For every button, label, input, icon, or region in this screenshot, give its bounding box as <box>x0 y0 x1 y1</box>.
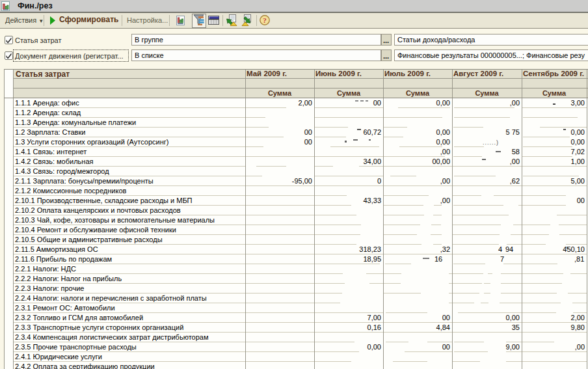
svg-text:?: ? <box>263 16 267 24</box>
